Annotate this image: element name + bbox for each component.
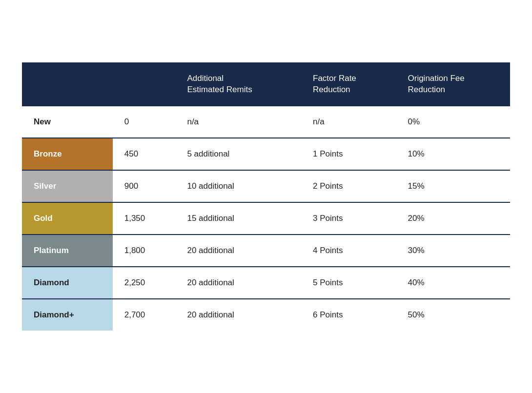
table-header-row: AdditionalEstimated Remits Factor RateRe… [22, 62, 510, 106]
table-row: Bronze 450 5 additional 1 Points 10% [22, 138, 510, 170]
cell-origination-bronze: 10% [396, 138, 511, 170]
cell-level-diamond: Diamond [22, 267, 113, 299]
header-level [22, 62, 113, 106]
table-row: Gold 1,350 15 additional 3 Points 20% [22, 202, 510, 235]
cell-origination-silver: 15% [396, 170, 511, 202]
cell-remits-new: n/a [175, 106, 301, 138]
cell-origination-platinum: 30% [396, 235, 511, 267]
cell-points-diamond: 2,250 [113, 267, 176, 299]
header-origination: Origination FeeReduction [396, 62, 511, 106]
table-row: Platinum 1,800 20 additional 4 Points 30… [22, 235, 510, 267]
cell-factor-gold: 3 Points [301, 202, 396, 235]
header-factor: Factor RateReduction [301, 62, 396, 106]
cell-level-gold: Gold [22, 202, 113, 235]
loyalty-table-container: AdditionalEstimated Remits Factor RateRe… [22, 62, 510, 331]
cell-origination-new: 0% [396, 106, 511, 138]
cell-points-diamond-plus: 2,700 [113, 299, 176, 331]
cell-points-new: 0 [113, 106, 176, 138]
table-row: Diamond+ 2,700 20 additional 6 Points 50… [22, 299, 510, 331]
header-points [113, 62, 176, 106]
cell-points-gold: 1,350 [113, 202, 176, 235]
cell-remits-diamond: 20 additional [175, 267, 301, 299]
cell-remits-silver: 10 additional [175, 170, 301, 202]
cell-remits-bronze: 5 additional [175, 138, 301, 170]
cell-factor-new: n/a [301, 106, 396, 138]
cell-factor-diamond: 5 Points [301, 267, 396, 299]
cell-level-silver: Silver [22, 170, 113, 202]
table-row: Silver 900 10 additional 2 Points 15% [22, 170, 510, 202]
table-row: Diamond 2,250 20 additional 5 Points 40% [22, 267, 510, 299]
cell-level-platinum: Platinum [22, 235, 113, 267]
cell-factor-bronze: 1 Points [301, 138, 396, 170]
cell-remits-gold: 15 additional [175, 202, 301, 235]
table-row: New 0 n/a n/a 0% [22, 106, 510, 138]
cell-remits-platinum: 20 additional [175, 235, 301, 267]
cell-level-diamond-plus: Diamond+ [22, 299, 113, 331]
cell-points-bronze: 450 [113, 138, 176, 170]
cell-factor-platinum: 4 Points [301, 235, 396, 267]
cell-points-platinum: 1,800 [113, 235, 176, 267]
cell-factor-silver: 2 Points [301, 170, 396, 202]
cell-level-new: New [22, 106, 113, 138]
cell-origination-gold: 20% [396, 202, 511, 235]
cell-remits-diamond-plus: 20 additional [175, 299, 301, 331]
loyalty-table: AdditionalEstimated Remits Factor RateRe… [22, 62, 510, 331]
cell-origination-diamond: 40% [396, 267, 511, 299]
cell-points-silver: 900 [113, 170, 176, 202]
cell-factor-diamond-plus: 6 Points [301, 299, 396, 331]
header-remits: AdditionalEstimated Remits [175, 62, 301, 106]
cell-origination-diamond-plus: 50% [396, 299, 511, 331]
cell-level-bronze: Bronze [22, 138, 113, 170]
